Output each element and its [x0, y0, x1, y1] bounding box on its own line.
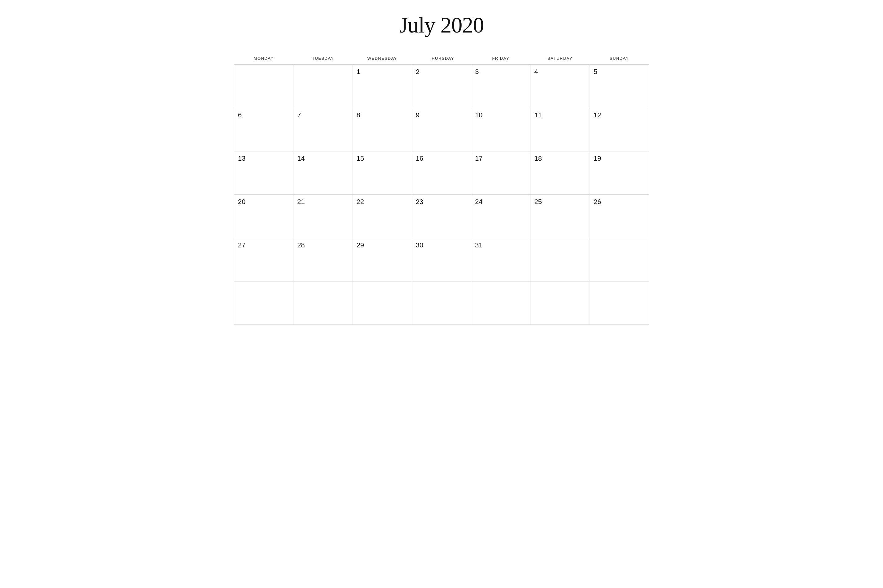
weekday-header-row: MONDAYTUESDAYWEDNESDAYTHURSDAYFRIDAYSATU… [234, 54, 649, 65]
calendar-day-empty [530, 238, 590, 282]
calendar-day-16: 16 [412, 152, 471, 195]
calendar-day-2: 2 [412, 65, 471, 108]
calendar-day-4: 4 [530, 65, 590, 108]
calendar-title: July 2020 [234, 12, 649, 38]
calendar-day-31: 31 [471, 238, 530, 282]
day-number-31: 31 [475, 241, 526, 249]
calendar-week-3: 13141516171819 [234, 152, 649, 195]
day-number-29: 29 [357, 241, 408, 249]
day-number-6: 6 [238, 111, 289, 119]
calendar-week-4: 20212223242526 [234, 195, 649, 238]
calendar-day-12: 12 [590, 108, 649, 152]
day-number-7: 7 [297, 111, 349, 119]
calendar-day-24: 24 [471, 195, 530, 238]
calendar-day-1: 1 [353, 65, 412, 108]
calendar-day-23: 23 [412, 195, 471, 238]
calendar-day-empty [412, 282, 471, 325]
calendar-day-empty [590, 282, 649, 325]
calendar-day-17: 17 [471, 152, 530, 195]
weekday-header-tuesday: TUESDAY [293, 54, 353, 65]
weekday-header-wednesday: WEDNESDAY [353, 54, 412, 65]
weekday-header-friday: FRIDAY [471, 54, 530, 65]
day-number-16: 16 [416, 154, 467, 162]
calendar-week-2: 6789101112 [234, 108, 649, 152]
calendar-day-10: 10 [471, 108, 530, 152]
day-number-20: 20 [238, 198, 289, 206]
day-number-26: 26 [594, 198, 645, 206]
calendar-day-26: 26 [590, 195, 649, 238]
calendar-day-9: 9 [412, 108, 471, 152]
day-number-2: 2 [416, 68, 467, 76]
day-number-28: 28 [297, 241, 349, 249]
calendar-day-8: 8 [353, 108, 412, 152]
calendar-day-18: 18 [530, 152, 590, 195]
calendar-week-1: 12345 [234, 65, 649, 108]
calendar-grid: MONDAYTUESDAYWEDNESDAYTHURSDAYFRIDAYSATU… [234, 54, 649, 325]
day-number-23: 23 [416, 198, 467, 206]
day-number-4: 4 [534, 68, 585, 76]
day-number-12: 12 [594, 111, 645, 119]
calendar-day-7: 7 [293, 108, 353, 152]
day-number-18: 18 [534, 154, 585, 162]
day-number-11: 11 [534, 111, 585, 119]
calendar-day-19: 19 [590, 152, 649, 195]
day-number-19: 19 [594, 154, 645, 162]
calendar-day-11: 11 [530, 108, 590, 152]
day-number-9: 9 [416, 111, 467, 119]
weekday-header-monday: MONDAY [234, 54, 293, 65]
day-number-22: 22 [357, 198, 408, 206]
calendar-day-3: 3 [471, 65, 530, 108]
calendar-day-14: 14 [293, 152, 353, 195]
calendar-day-30: 30 [412, 238, 471, 282]
calendar-day-25: 25 [530, 195, 590, 238]
calendar-day-27: 27 [234, 238, 293, 282]
calendar-day-5: 5 [590, 65, 649, 108]
day-number-21: 21 [297, 198, 349, 206]
calendar-day-22: 22 [353, 195, 412, 238]
calendar-day-empty [530, 282, 590, 325]
calendar-week-5: 2728293031 [234, 238, 649, 282]
day-number-3: 3 [475, 68, 526, 76]
calendar-day-empty [353, 282, 412, 325]
calendar-week-6 [234, 282, 649, 325]
day-number-17: 17 [475, 154, 526, 162]
weekday-header-saturday: SATURDAY [530, 54, 590, 65]
weekday-header-sunday: SUNDAY [590, 54, 649, 65]
calendar-container: July 2020 MONDAYTUESDAYWEDNESDAYTHURSDAY… [225, 6, 658, 331]
day-number-1: 1 [357, 68, 408, 76]
day-number-13: 13 [238, 154, 289, 162]
calendar-day-13: 13 [234, 152, 293, 195]
calendar-day-6: 6 [234, 108, 293, 152]
day-number-14: 14 [297, 154, 349, 162]
day-number-24: 24 [475, 198, 526, 206]
calendar-day-empty [590, 238, 649, 282]
calendar-day-empty [293, 282, 353, 325]
weekday-header-thursday: THURSDAY [412, 54, 471, 65]
calendar-day-empty [234, 65, 293, 108]
calendar-day-empty [234, 282, 293, 325]
day-number-15: 15 [357, 154, 408, 162]
day-number-30: 30 [416, 241, 467, 249]
day-number-27: 27 [238, 241, 289, 249]
day-number-5: 5 [594, 68, 645, 76]
calendar-day-28: 28 [293, 238, 353, 282]
calendar-day-empty [471, 282, 530, 325]
day-number-25: 25 [534, 198, 585, 206]
day-number-10: 10 [475, 111, 526, 119]
day-number-8: 8 [357, 111, 408, 119]
calendar-day-empty [293, 65, 353, 108]
calendar-day-21: 21 [293, 195, 353, 238]
calendar-day-20: 20 [234, 195, 293, 238]
calendar-day-15: 15 [353, 152, 412, 195]
calendar-day-29: 29 [353, 238, 412, 282]
